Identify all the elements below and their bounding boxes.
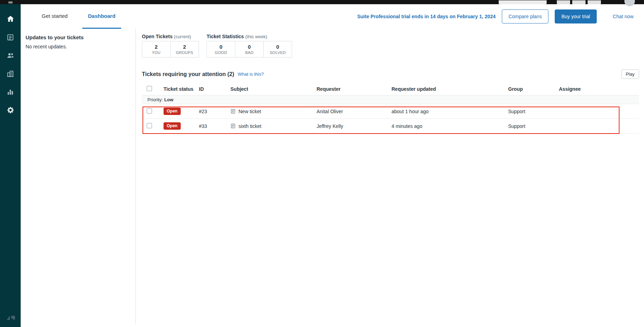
requester: Anital Oliver: [317, 109, 392, 114]
stat-solved-label: SOLVED: [270, 50, 286, 55]
cutoff-toolbar-square-3: [588, 0, 601, 4]
updates-panel-empty-text: No recent updates.: [26, 44, 131, 49]
table-header-row: Ticket status ID Subject Requester Reque…: [142, 83, 639, 95]
dashboard-main: Open Tickets (current) 2 YOU 2 GROUPS Ti…: [136, 29, 644, 327]
col-assignee: Assignee: [559, 86, 639, 92]
tab-dashboard[interactable]: Dashboard: [82, 4, 121, 29]
stat-open-groups-label: GROUPS: [176, 50, 193, 55]
stat-open-you[interactable]: 2 YOU: [142, 41, 171, 57]
ticket-status-badge: Open: [164, 122, 181, 129]
col-id: ID: [199, 86, 230, 92]
col-requester-updated: Requester updated: [392, 86, 508, 92]
dashboard-tabs: Get started Dashboard: [21, 4, 121, 29]
stat-open-groups[interactable]: 2 GROUPS: [170, 41, 199, 57]
sidebar-nav: [0, 0, 21, 327]
col-ticket-status: Ticket status: [164, 86, 199, 92]
ticket-statistics-label: Ticket Statistics: [207, 34, 244, 39]
ticket-subject[interactable]: sixth ticket: [238, 123, 261, 129]
open-tickets-label: Open Tickets: [142, 34, 173, 39]
stat-bad-value: 0: [248, 44, 251, 50]
tab-get-started[interactable]: Get started: [36, 4, 73, 29]
col-group: Group: [508, 86, 559, 92]
stat-good-label: GOOD: [215, 50, 227, 55]
stat-open-you-value: 2: [155, 44, 158, 50]
priority-group-row: Priority: Low: [142, 95, 639, 104]
ticket-row[interactable]: Open #23 New ticket Anital Oliver about …: [142, 104, 639, 119]
requester-updated: 4 minutes ago: [392, 123, 508, 129]
updates-panel: Updates to your tickets No recent update…: [21, 29, 136, 325]
attention-section-title: Tickets requiring your attention (2): [142, 71, 234, 77]
ticket-id: #33: [199, 123, 230, 129]
select-all-checkbox[interactable]: [147, 86, 152, 91]
ticket-doc-icon: [230, 123, 236, 129]
trial-notice: Suite Professional trial ends in 14 days…: [357, 14, 496, 19]
row-checkbox[interactable]: [147, 108, 152, 114]
cutoff-toolbar-button: [499, 0, 547, 4]
priority-value: Low: [164, 97, 173, 102]
col-subject: Subject: [230, 86, 317, 92]
open-tickets-stats: Open Tickets (current) 2 YOU 2 GROUPS: [142, 34, 199, 57]
priority-label: Priority:: [147, 97, 163, 102]
group: Support: [508, 109, 559, 114]
cutoff-toolbar-square-1: [557, 0, 570, 4]
requester-updated: about 1 hour ago: [392, 109, 508, 114]
zendesk-logo[interactable]: [0, 314, 21, 323]
tickets-table: Ticket status ID Subject Requester Reque…: [142, 83, 639, 134]
ticket-statistics-title: Ticket Statistics (this week): [207, 34, 292, 39]
stat-solved-value: 0: [276, 44, 279, 50]
chat-now-link[interactable]: Chat now: [613, 14, 633, 19]
group: Support: [508, 123, 559, 129]
open-tickets-stats-title: Open Tickets (current): [142, 34, 199, 39]
views-icon[interactable]: [0, 28, 21, 46]
compare-plans-button[interactable]: Compare plans: [502, 9, 548, 23]
stat-good[interactable]: 0 GOOD: [207, 41, 235, 57]
updates-panel-title: Updates to your tickets: [26, 34, 131, 40]
stat-good-value: 0: [220, 44, 222, 50]
stat-bad[interactable]: 0 BAD: [235, 41, 264, 57]
play-button[interactable]: Play: [621, 69, 639, 79]
cutoff-top-strip: [0, 0, 644, 4]
row-checkbox[interactable]: [147, 123, 152, 128]
ticket-doc-icon: [230, 109, 236, 114]
reporting-icon[interactable]: [0, 83, 21, 101]
cutoff-icon-fragment: [8, 1, 13, 4]
ticket-statistics-stats: Ticket Statistics (this week) 0 GOOD 0 B…: [207, 34, 292, 57]
stat-bad-label: BAD: [245, 50, 254, 55]
buy-trial-button[interactable]: Buy your trial: [555, 9, 597, 23]
open-tickets-sublabel: (current): [174, 34, 191, 39]
page-header: Get started Dashboard Suite Professional…: [21, 4, 644, 29]
ticket-id: #23: [199, 109, 230, 114]
ticket-subject[interactable]: New ticket: [238, 109, 261, 114]
ticket-row[interactable]: Open #33 sixth ticket Jeffrey Kelly 4 mi…: [142, 119, 639, 134]
customers-icon[interactable]: [0, 46, 21, 64]
stat-open-groups-value: 2: [183, 44, 186, 50]
home-icon[interactable]: [0, 10, 21, 28]
organizations-icon[interactable]: [0, 64, 21, 83]
stat-solved[interactable]: 0 SOLVED: [263, 41, 292, 57]
ticket-status-badge: Open: [164, 108, 181, 115]
ticket-statistics-sublabel: (this week): [245, 34, 267, 39]
stat-open-you-label: YOU: [152, 50, 161, 55]
cutoff-toolbar-square-2: [572, 0, 586, 4]
admin-gear-icon[interactable]: [0, 101, 21, 119]
requester: Jeffrey Kelly: [317, 123, 392, 129]
col-requester: Requester: [317, 86, 392, 92]
what-is-this-link[interactable]: What is this?: [238, 71, 264, 77]
